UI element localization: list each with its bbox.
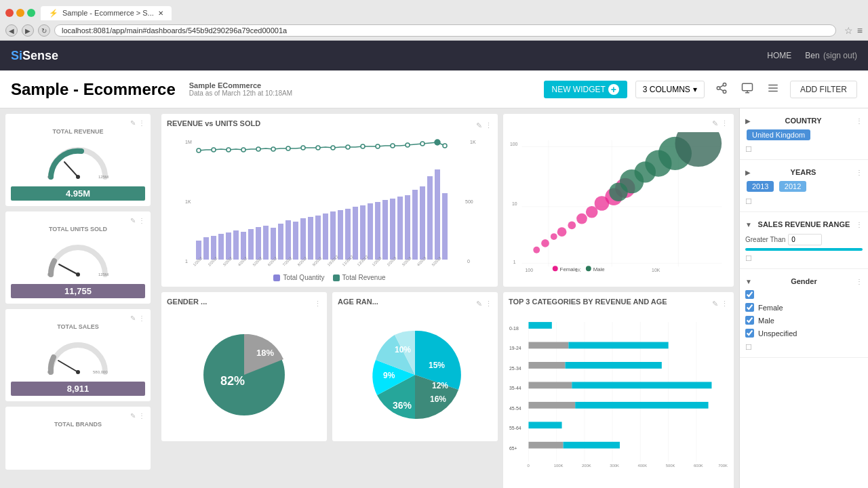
country-expand-icon: ▶ xyxy=(745,117,751,125)
svg-text:65+: 65+ xyxy=(509,446,517,451)
svg-point-1 xyxy=(717,86,720,89)
filter-menu-icon[interactable]: ⋮ xyxy=(856,117,863,125)
female-checkbox[interactable] xyxy=(745,303,754,312)
svg-point-0 xyxy=(723,83,726,86)
more-icon2[interactable]: ⋮ xyxy=(138,217,145,224)
year-2012-tag[interactable]: 2012 xyxy=(779,181,806,192)
sales-range-header[interactable]: ▼ SALES REVENUE RANGE ⋮ xyxy=(745,218,863,231)
display-button[interactable] xyxy=(738,79,756,100)
svg-text:Male: Male xyxy=(593,266,606,272)
svg-point-123 xyxy=(568,222,576,230)
center-panel: REVENUE vs UNITS SOLD ✎ ⋮ 1M 1K 1 1K 500 xyxy=(161,114,498,483)
edit-icon2[interactable]: ✎ xyxy=(130,217,136,224)
country-filter-header[interactable]: ▶ COUNTRY ⋮ xyxy=(745,114,863,127)
columns-button[interactable]: 3 COLUMNS ▾ xyxy=(635,81,705,98)
svg-point-12 xyxy=(76,175,80,179)
menu-button[interactable] xyxy=(764,79,782,100)
country-tag[interactable]: United Kingdom xyxy=(747,129,810,140)
bookmark-icon[interactable]: ☆ xyxy=(844,25,853,36)
more-icon[interactable]: ⋮ xyxy=(138,119,145,127)
svg-rect-42 xyxy=(293,222,298,260)
dashboard-header: Sample - Ecommerce Sample ECommerce Data… xyxy=(0,70,868,108)
dataset-name: Sample ECommerce xyxy=(189,81,261,89)
chart-more-icon[interactable]: ⋮ xyxy=(485,121,492,130)
menu-icon[interactable]: ≡ xyxy=(857,25,863,36)
more-icon3[interactable]: ⋮ xyxy=(138,314,145,322)
svg-text:300K: 300K xyxy=(610,464,619,468)
range-slider[interactable] xyxy=(745,248,863,251)
revenue-chart-title: REVENUE vs UNITS SOLD xyxy=(167,119,260,127)
gender-check-male: Male xyxy=(745,314,863,327)
gender-check-all-input[interactable] xyxy=(745,290,754,299)
svg-rect-31 xyxy=(211,236,216,260)
browser-tab-bar: ⚡ Sample - Ecommerce > S... ✕ xyxy=(0,0,868,22)
svg-rect-172 xyxy=(564,442,620,449)
sales-range-input-row: Greater Than xyxy=(745,234,863,245)
country-filter-icon1[interactable]: ☐ xyxy=(745,145,752,154)
nav-home-link[interactable]: HOME xyxy=(767,51,791,60)
new-widget-label: NEW WIDGET xyxy=(552,85,606,94)
gender-filter-icons: ⋮ xyxy=(856,278,863,285)
more-icon4[interactable]: ⋮ xyxy=(138,412,145,420)
add-filter-button[interactable]: ADD FILTER xyxy=(790,81,857,98)
svg-point-16 xyxy=(76,272,80,277)
svg-text:15%: 15% xyxy=(429,361,445,370)
svg-point-69 xyxy=(286,146,290,150)
gender-more-icon[interactable]: ⋮ xyxy=(314,300,321,308)
edit-icon4[interactable]: ✎ xyxy=(130,412,136,420)
chart-edit-icon[interactable]: ✎ xyxy=(476,121,482,130)
svg-text:12%: 12% xyxy=(432,381,448,390)
share-button[interactable] xyxy=(713,79,730,100)
gender-menu-icon[interactable]: ⋮ xyxy=(856,278,863,285)
kpi-brands-title: TOTAL BRANDS xyxy=(11,421,145,428)
years-menu-icon[interactable]: ⋮ xyxy=(856,169,863,176)
reload-btn[interactable]: ↻ xyxy=(38,24,50,37)
scatter-edit-icon[interactable]: ✎ xyxy=(712,119,718,128)
age-icons: ✎ ⋮ xyxy=(476,300,492,308)
top3-more-icon[interactable]: ⋮ xyxy=(721,300,728,308)
tab-close-btn[interactable]: ✕ xyxy=(158,9,163,17)
year-2013-tag[interactable]: 2013 xyxy=(747,181,774,192)
svg-rect-5 xyxy=(742,83,752,91)
svg-rect-32 xyxy=(218,234,224,260)
sales-filter-icon1[interactable]: ☐ xyxy=(745,254,752,262)
greater-than-input[interactable] xyxy=(788,234,822,245)
svg-rect-41 xyxy=(285,220,291,260)
sales-range-title: SALES REVENUE RANGE xyxy=(758,220,850,228)
kpi-revenue-title: TOTAL REVENUE xyxy=(11,128,145,135)
svg-line-19 xyxy=(58,361,78,372)
forward-btn[interactable]: ▶ xyxy=(22,24,34,37)
top3-edit-icon[interactable]: ✎ xyxy=(712,300,718,308)
sales-menu-icon[interactable]: ⋮ xyxy=(856,221,863,228)
gender-check-all xyxy=(745,288,863,301)
years-filter-actions: ☐ xyxy=(745,197,863,206)
age-header: AGE RAN... ✎ ⋮ xyxy=(338,298,492,310)
edit-icon3[interactable]: ✎ xyxy=(130,314,136,322)
tab-title: Sample - Ecommerce > S... xyxy=(62,9,154,17)
svg-text:0: 0 xyxy=(527,464,530,468)
svg-text:1: 1 xyxy=(185,259,188,264)
svg-rect-59 xyxy=(420,186,425,260)
chevron-down-icon: ▾ xyxy=(693,85,697,94)
new-widget-button[interactable]: NEW WIDGET + xyxy=(544,81,627,98)
back-btn[interactable]: ◀ xyxy=(5,24,18,37)
years-filter-icon1[interactable]: ☐ xyxy=(745,197,752,205)
age-edit-icon[interactable]: ✎ xyxy=(476,300,482,308)
unspecified-checkbox[interactable] xyxy=(745,329,754,338)
top3-bar-chart: 0-18 19-24 25-34 35-44 45-54 55-64 65+ 0… xyxy=(509,314,728,488)
male-checkbox[interactable] xyxy=(745,316,754,325)
signout-link[interactable]: (sign out) xyxy=(823,51,857,60)
gender-filter-icon1[interactable]: ☐ xyxy=(745,343,752,351)
gender-filter-header[interactable]: ▼ Gender ⋮ xyxy=(745,274,863,288)
svg-text:10: 10 xyxy=(512,201,517,206)
svg-text:400K: 400K xyxy=(637,464,647,468)
left-sidebar: ✎ ⋮ TOTAL REVENUE 0 125M 4.95M ✎ ⋮ xyxy=(0,108,156,488)
age-more-icon[interactable]: ⋮ xyxy=(485,300,492,308)
browser-tab[interactable]: ⚡ Sample - Ecommerce > S... ✕ xyxy=(41,6,172,20)
years-filter-header[interactable]: ▶ YEARS ⋮ xyxy=(745,165,863,179)
address-bar[interactable]: localhost:8081/app/main#dashboards/545b9… xyxy=(54,24,836,37)
scatter-more-icon[interactable]: ⋮ xyxy=(721,119,728,128)
svg-rect-40 xyxy=(278,224,283,260)
edit-icon[interactable]: ✎ xyxy=(130,119,136,127)
svg-rect-49 xyxy=(345,209,351,260)
